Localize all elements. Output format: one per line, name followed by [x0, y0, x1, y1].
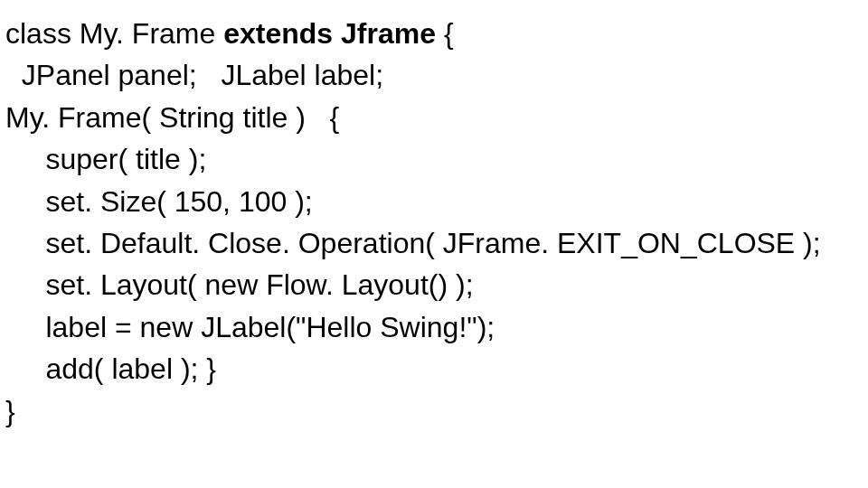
code-line-8: label = new JLabel("Hello Swing!"); [5, 306, 868, 348]
code-text: label = new JLabel("Hello Swing!"); [5, 311, 495, 343]
code-line-2: JPanel panel; JLabel label; [5, 54, 868, 96]
code-text: set. Layout( new Flow. Layout() ); [5, 268, 474, 301]
code-text: class My. Frame [5, 17, 215, 50]
code-text: set. Default. Close. Operation( JFrame. … [5, 227, 821, 259]
code-line-9: add( label ); } [5, 348, 868, 389]
code-text: } [5, 395, 15, 427]
code-line-6: set. Default. Close. Operation( JFrame. … [5, 222, 868, 264]
code-line-10: } [5, 390, 868, 432]
code-line-3: My. Frame( String title ) { [5, 97, 868, 138]
code-line-5: set. Size( 150, 100 ); [5, 181, 868, 222]
code-line-1: class My. Frame extends Jframe { [5, 13, 868, 54]
code-line-4: super( title ); [5, 138, 868, 180]
code-line-7: set. Layout( new Flow. Layout() ); [5, 264, 868, 305]
code-text: set. Size( 150, 100 ); [5, 185, 313, 218]
code-text: super( title ); [5, 143, 206, 175]
code-bold-text: extends Jframe [215, 17, 444, 50]
code-text: { [444, 17, 454, 50]
code-text: JPanel panel; JLabel label; [5, 59, 383, 91]
code-text: add( label ); } [5, 352, 216, 385]
code-text: My. Frame( String title ) { [5, 101, 339, 134]
